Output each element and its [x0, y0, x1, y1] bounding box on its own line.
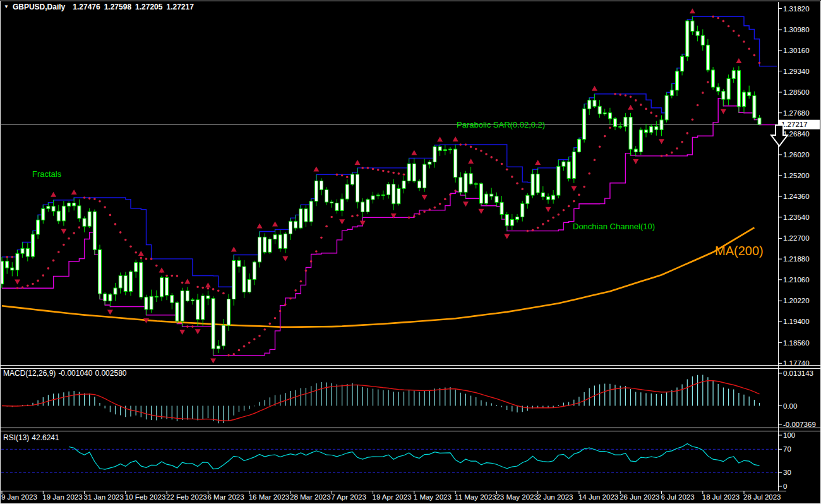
sar-dot	[465, 143, 467, 146]
sar-dot	[129, 246, 132, 248]
sar-dot	[16, 287, 19, 290]
candle	[665, 92, 668, 123]
sar-dot	[57, 251, 60, 253]
sar-dot	[150, 258, 153, 260]
sar-dot	[511, 176, 513, 178]
fractals-label: Fractals	[32, 169, 61, 179]
sar-dot	[109, 214, 112, 217]
sar-dot	[32, 283, 34, 285]
candle	[639, 128, 642, 155]
sar-dot	[83, 196, 86, 199]
ohlc-values: 1.274761.275981.272051.27217	[69, 3, 194, 11]
sar-dot	[758, 62, 761, 64]
candle	[577, 138, 580, 153]
sar-dot	[743, 40, 745, 43]
sar-dot	[289, 297, 292, 300]
svg-text:1.27217: 1.27217	[781, 121, 808, 128]
sar-dot	[490, 156, 493, 159]
macd-panel-label: MACD(12,26,9)-0.0010400.002580	[3, 369, 129, 378]
sar-dot	[558, 213, 560, 216]
sar-dot	[635, 99, 637, 102]
price-axis-label: 1.17740	[783, 359, 810, 367]
sar-dot	[119, 231, 122, 234]
macd-main-value: -0.001040	[58, 369, 92, 378]
sar-dot	[485, 153, 488, 155]
sar-dot	[681, 141, 683, 143]
sar-dot	[243, 345, 246, 348]
sar-dot	[155, 265, 158, 267]
time-axis-label: 10 Feb 2023	[125, 493, 166, 501]
price-axis-label: 1.27680	[783, 109, 810, 117]
high-value: 1.27598	[104, 3, 131, 11]
rsi-axis-label: 30	[783, 469, 791, 476]
candle	[531, 169, 534, 198]
sar-dot	[42, 274, 45, 277]
time-axis-label: 23 May 2023	[496, 493, 538, 501]
sar-dot	[748, 47, 750, 50]
chart-window: 1.318201.309801.301601.293401.285001.276…	[0, 0, 821, 504]
sar-dot	[37, 280, 39, 282]
sar-dot	[578, 194, 580, 196]
sar-dot	[176, 275, 179, 277]
sar-dot	[738, 34, 740, 37]
price-axis-label: 1.26020	[783, 151, 810, 159]
sar-dot	[68, 237, 70, 240]
sar-dot	[227, 354, 230, 357]
sar-dot	[248, 342, 251, 344]
oneclick-toggle-icon[interactable]: ▼	[4, 4, 9, 9]
sar-dot	[516, 182, 518, 184]
sar-dot	[6, 256, 8, 258]
macd-axis-label: -0.007369	[783, 421, 816, 428]
sar-dot	[594, 159, 596, 161]
chart-canvas[interactable]: 1.318201.309801.301601.293401.285001.276…	[0, 0, 821, 504]
sar-dot	[351, 215, 354, 218]
sar-dot	[697, 104, 699, 107]
sar-dot	[625, 94, 627, 97]
current-price-tag: 1.27217	[779, 120, 820, 129]
candle	[99, 245, 102, 299]
sar-dot	[207, 287, 210, 290]
sar-dot	[377, 169, 380, 171]
sar-dot	[547, 220, 549, 222]
sar-dot	[537, 227, 539, 229]
sar-dot	[506, 168, 508, 171]
sar-dot	[315, 250, 318, 253]
sar-dot	[232, 353, 235, 356]
sar-dot	[418, 213, 421, 215]
candle	[181, 288, 184, 327]
sar-dot	[599, 146, 601, 148]
sar-dot	[552, 217, 554, 219]
time-axis-label: 6 Mar 2023	[207, 493, 244, 501]
candle	[268, 237, 272, 254]
sar-dot	[330, 216, 333, 219]
sar-dot	[609, 126, 611, 129]
sar-dot	[222, 292, 225, 295]
candle	[351, 172, 354, 186]
sar-dot	[305, 270, 308, 272]
sar-dot	[573, 200, 575, 203]
sar-dot	[253, 338, 256, 340]
price-axis-label: 1.31820	[783, 5, 810, 13]
price-axis-label: 1.29340	[783, 68, 810, 75]
donchian-label: Donchian Channel(10)	[573, 222, 655, 231]
sar-dot	[583, 186, 585, 188]
time-axis-label: 28 Jul 2023	[743, 493, 781, 501]
sar-dot	[614, 93, 616, 95]
sar-dot	[300, 280, 303, 283]
sar-dot	[496, 159, 498, 162]
price-axis-label: 1.20220	[783, 297, 810, 304]
candle	[258, 232, 261, 268]
sar-dot	[238, 349, 241, 352]
price-axis-label: 1.19400	[783, 318, 810, 325]
sar-dot	[650, 112, 652, 114]
sar-dot	[733, 30, 735, 32]
sar-dot	[201, 287, 204, 289]
sar-dot	[47, 267, 50, 270]
low-value: 1.27205	[135, 3, 162, 11]
time-axis-label: 31 Jan 2023	[84, 493, 124, 501]
candle	[176, 301, 179, 324]
macd-signal-value: 0.002580	[95, 369, 126, 378]
sar-dot	[99, 200, 101, 203]
rsi-axis-label: 70	[783, 445, 791, 453]
sar-dot	[542, 223, 544, 225]
